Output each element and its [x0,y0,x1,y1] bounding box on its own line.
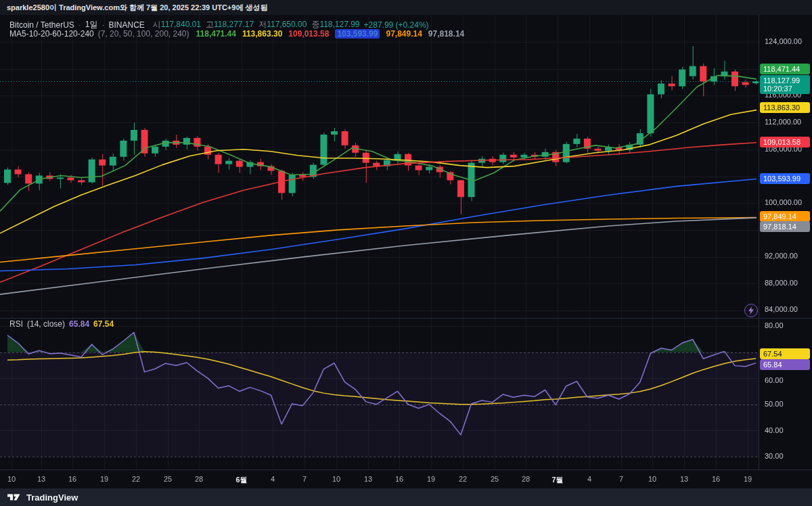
time-axis-label: 13 [364,475,372,483]
price-axis-badge: 113,863.30 [760,102,810,113]
price-axis-badge: 109,013.58 [760,137,810,147]
time-axis-label: 10 [648,475,656,483]
time-axis-label: 6월 [235,475,247,485]
ma20-value: 113,863.30 [242,29,282,39]
rsi-params: (14, close) [27,319,65,329]
footer-bar: TradingView [0,488,812,506]
time-axis-label: 19 [427,475,435,483]
time-axis[interactable]: 101316192225286월47101316192225287월471013… [0,469,759,489]
ma-values: 118,471.44 113,863.30 109,013.58 103,593… [196,29,465,39]
price-axis-badge: 67.54 [760,348,810,359]
time-axis-label: 16 [68,475,76,483]
rsi-legend-row[interactable]: RSI (14, close) 65.84 67.54 [9,319,114,329]
time-axis-label: 28 [195,475,203,483]
price-axis-badge: 65.84 [760,359,810,370]
change-value: +287.99 (+0.24%) [364,20,429,30]
boost-lightning-icon[interactable] [744,304,758,317]
price-axis-label: 112,000.00 [765,118,801,126]
time-axis-label: 22 [459,475,467,483]
ma100-value: 103,593.99 [335,29,380,39]
ma-legend-row[interactable]: MA5-10-20-60-120-240 (7, 20, 50, 100, 20… [9,29,464,39]
time-axis-label: 25 [164,475,172,483]
price-axis[interactable]: 124,000.00116,000.00112,000.00108,000.00… [759,15,812,469]
symbol-title[interactable]: Bitcoin / TetherUS [9,20,74,30]
time-axis-label: 10 [332,475,340,483]
ma-indicator-title[interactable]: MA5-10-20-60-120-240 [9,29,94,39]
lightning-bolt-icon [748,306,754,315]
price-axis-badge: 103,593.99 [760,173,810,184]
time-axis-label: 22 [132,475,140,483]
chart-canvas[interactable] [0,0,812,506]
tradingview-logo-icon[interactable] [7,492,21,503]
price-axis-badge: 118,127.9910:20:37 [760,75,810,94]
attribution-text: sparkle2580이 TradingView.com와 함께 7월 20, … [7,3,267,12]
price-axis-badge: 97,849.14 [760,211,810,222]
time-axis-label: 7 [619,475,623,483]
tradingview-chart-window: sparkle2580이 TradingView.com와 함께 7월 20, … [0,0,812,506]
legend-separator: · [102,20,105,30]
time-axis-label: 4 [587,475,591,483]
price-axis-label: 124,000.00 [765,37,802,45]
time-axis-label: 13 [37,475,45,483]
time-axis-label: 28 [522,475,530,483]
rsi-title[interactable]: RSI [9,319,23,329]
ma50-value: 109,013.58 [288,29,329,39]
price-axis-badge: 118,471.44 [760,64,810,74]
price-axis-label: 100,000.00 [765,198,802,206]
time-axis-label: 13 [680,475,688,483]
price-axis-label: 88,000.00 [765,279,798,287]
price-axis-label: 80.00 [765,321,784,329]
price-axis-label: 60.00 [765,376,784,384]
price-axis-label: 50.00 [765,400,784,408]
price-axis-label: 92,000.00 [765,252,798,260]
attribution-bar: sparkle2580이 TradingView.com와 함께 7월 20, … [0,0,812,15]
price-axis-label: 40.00 [765,426,784,434]
tradingview-brand-text[interactable]: TradingView [26,492,78,503]
price-axis-label: 84,000.00 [765,305,798,313]
price-axis-label: 30.00 [765,452,784,460]
time-axis-label: 25 [491,475,499,483]
time-axis-label: 16 [712,475,720,483]
price-axis-badge: 97,818.14 [760,221,810,232]
rsi-ma-value: 67.54 [93,319,114,329]
time-axis-label: 19 [100,475,108,483]
ma200-value: 97,849.14 [386,29,422,39]
ma240-value: 97,818.14 [428,29,464,39]
legend-separator: · [78,20,81,30]
time-axis-label: 19 [744,475,752,483]
time-axis-label: 7 [302,475,307,483]
rsi-value: 65.84 [69,319,89,329]
exchange-label: BINANCE [109,20,145,30]
ma-params: (7, 20, 50, 100, 200, 240) [98,29,189,39]
time-axis-label: 7월 [551,475,563,485]
time-axis-label: 4 [271,475,275,483]
ma7-value: 118,471.44 [196,29,236,39]
time-axis-label: 16 [395,475,403,483]
time-axis-label: 10 [7,475,16,483]
